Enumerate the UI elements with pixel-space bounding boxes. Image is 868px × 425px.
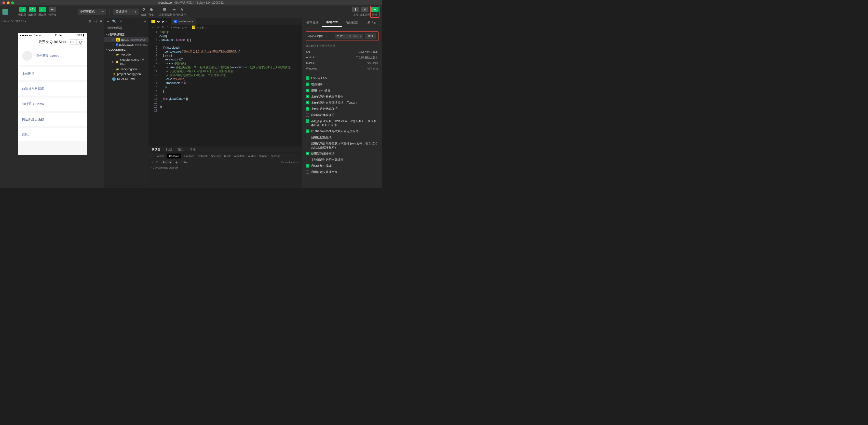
clear-icon[interactable]: ⊘ — [156, 161, 158, 164]
details-tab[interactable]: 基本信息 — [302, 18, 322, 27]
breadcrumb[interactable]: ← → ⚐ 🗀 › miniprogram› JSapp.js› ... — [149, 25, 302, 30]
search-icon[interactable]: 🔍 — [112, 20, 116, 23]
details-button[interactable]: ≡详情 — [371, 7, 378, 17]
help-icon[interactable]: ⓘ — [323, 34, 327, 38]
device-label[interactable]: iPhone 5 100% 16 ▾ — [2, 20, 26, 23]
devtools-tab[interactable]: Wxml — [157, 154, 164, 158]
debugger-tab[interactable]: 问题 — [163, 146, 175, 152]
setting-checkbox[interactable]: ES6 转 ES5 — [306, 76, 378, 80]
mute-icon[interactable]: ▭ — [83, 20, 86, 23]
setting-checkbox[interactable]: 自动运行体验评分 — [306, 113, 378, 117]
maximize-window-icon[interactable] — [11, 1, 14, 4]
sim-menu-item[interactable]: 上传图片 — [18, 65, 87, 80]
devtools-tab[interactable]: Sources — [184, 154, 194, 158]
simulator-button[interactable]: ▭模拟器 — [18, 7, 26, 17]
forward-icon[interactable]: → — [157, 26, 159, 29]
setting-checkbox[interactable]: 使用 npm 模块 — [306, 88, 378, 92]
open-file-item[interactable]: # guide.wxss miniprogr... — [104, 42, 149, 47]
setting-checkbox[interactable]: 上传时进行代码保护 — [306, 107, 378, 111]
user-avatar-icon[interactable] — [2, 9, 8, 15]
explorer-icon[interactable]: ≡ — [107, 20, 109, 23]
mode-dropdown[interactable]: 小程序模式 — [78, 8, 106, 15]
play-icon[interactable]: ▷ — [151, 161, 153, 164]
push-button[interactable]: 推送 — [365, 33, 376, 39]
levels-dropdown[interactable]: Default levels ▾ — [281, 161, 300, 164]
setting-checkbox[interactable]: 启用数据预拉取 — [306, 135, 378, 139]
sim-menu-item[interactable]: 云调用 — [18, 126, 87, 141]
minimize-window-icon[interactable] — [7, 1, 9, 4]
remote-debug-button[interactable]: ▦真机调试 — [159, 7, 170, 17]
setting-checkbox[interactable]: 上传代码时自动压缩混淆 （Terser） — [306, 101, 378, 105]
setting-checkbox[interactable]: 本地编译时进行合并编译 — [306, 158, 378, 162]
devtools-tab[interactable]: Audits — [248, 154, 255, 158]
setting-checkbox[interactable]: 启动多核心编译 — [306, 164, 378, 168]
tree-item[interactable]: 📁 .vscode — [104, 52, 149, 57]
clear-cache-button[interactable]: ≋清缓存 — [178, 7, 186, 17]
preview-button[interactable]: ◉预览 — [148, 7, 155, 17]
setting-checkbox[interactable]: 以 shadow-root 形式展示自定义组件 — [306, 129, 378, 133]
debugger-tab[interactable]: 调试器 — [149, 146, 163, 152]
bookmark-icon[interactable]: ⚐ — [162, 26, 164, 29]
setting-checkbox[interactable]: 增强编译 — [306, 82, 378, 86]
background-button[interactable]: ⇥切后台 — [170, 7, 178, 17]
tree-item[interactable]: { } project.config.json — [104, 72, 149, 77]
close-window-icon[interactable] — [2, 1, 5, 4]
open-file-item[interactable]: JS app.js miniprogram — [104, 37, 149, 42]
devtools-tab[interactable]: Console — [167, 153, 181, 159]
more-icon[interactable]: ⋯ — [143, 20, 146, 23]
devtools-tab[interactable]: Mock — [224, 154, 230, 158]
details-tab[interactable]: 项目配置 — [342, 18, 362, 27]
details-tab[interactable]: 腾讯云 — [362, 18, 382, 27]
setting-checkbox[interactable]: 上传代码时样式自动补全 — [306, 94, 378, 98]
tree-item[interactable]: 📁 cloudfunctions | 当前... — [104, 57, 149, 67]
setting-checkbox[interactable]: 启用自定义处理命令 — [306, 170, 378, 174]
lib-version-select[interactable]: 2.12.086.58% — [335, 34, 363, 39]
branch-icon[interactable]: ⑂ — [120, 20, 122, 23]
devtools-tab[interactable]: Storage — [271, 154, 281, 158]
devtools-tab[interactable]: Network — [197, 154, 208, 158]
project-root[interactable]: CLOUDBASE — [104, 47, 149, 52]
user-block[interactable]: 点击获取 openid — [18, 47, 87, 65]
devtools-tab[interactable]: AppData — [234, 154, 245, 158]
editor-tab[interactable]: #guide.wxss — [170, 18, 196, 25]
separator — [110, 8, 110, 15]
debugger-tab[interactable]: 终端 — [187, 146, 198, 152]
cut-icon[interactable]: ◁ — [94, 20, 96, 23]
save-icon[interactable]: 🗀 — [167, 26, 169, 29]
capsule-button[interactable]: •••◎ — [67, 39, 85, 45]
details-tab[interactable]: 本地设置 — [322, 18, 342, 27]
code-editor[interactable]: 123456789101112131415161718192021 //app.… — [149, 30, 302, 146]
sim-menu-item[interactable]: 前端操作数据库 — [18, 80, 87, 95]
sim-menu-item[interactable]: 即时通信 Demo — [18, 95, 87, 111]
setting-checkbox[interactable]: 启用代码自动热重载（不支持 json 文件，需 2.12.0 及以上基础库版本） — [306, 142, 378, 149]
inspect-icon[interactable]: ⬚ — [151, 154, 153, 158]
checkbox-icon — [306, 164, 309, 168]
compile-button[interactable]: ⟳编译 — [140, 7, 148, 17]
setting-checkbox[interactable]: 使用新的编译模块 — [306, 151, 378, 155]
scope-select[interactable]: top — [161, 160, 172, 164]
window-title: cloudbase - 微信开发者工具 Nightly 1.04.2008042 — [158, 1, 224, 5]
compile-dropdown[interactable]: 普通编译 — [113, 8, 139, 15]
open-editors-section[interactable]: 打开的编辑器 — [104, 32, 149, 37]
dock-icon[interactable]: ▣ — [99, 20, 102, 23]
editor-tabs: JSapp.js×#guide.wxss — [149, 18, 302, 25]
debugger-button[interactable]: ⇄调试器 — [38, 7, 46, 17]
debugger-panel: 调试器问题输出终端 ⬚ WxmlConsoleSourcesNetworkSec… — [149, 146, 302, 188]
tree-item[interactable]: i README.md — [104, 77, 149, 82]
debugger-tab[interactable]: 输出 — [175, 146, 187, 152]
devtools-tab[interactable]: Sensor — [259, 154, 268, 158]
editor-tab[interactable]: JSapp.js× — [149, 18, 170, 25]
sim-menu-item[interactable]: 快速新建云函数 — [18, 111, 87, 126]
rotate-icon[interactable]: ⊞ — [88, 20, 91, 23]
status-bar: ●●●●● WeChat ⏚ 11:14 100% ▮ — [18, 33, 87, 37]
devtools-tab[interactable]: Security — [211, 154, 221, 158]
cloud-dev-button[interactable]: ∞云开发 — [49, 7, 57, 17]
setting-checkbox[interactable]: 不校验合法域名、web-view（业务域名）、TLS 版本以及 HTTPS 证书 — [306, 119, 378, 127]
eye-icon[interactable]: ◉ — [175, 161, 178, 164]
upload-button[interactable]: ⬆上传 — [352, 7, 360, 17]
version-button[interactable]: ⑂版本管理 — [360, 7, 370, 17]
filter-input[interactable] — [181, 161, 278, 164]
back-icon[interactable]: ← — [151, 26, 154, 29]
tree-item[interactable]: 📁 miniprogram — [104, 67, 149, 72]
editor-button[interactable]: </>编辑器 — [28, 7, 36, 17]
